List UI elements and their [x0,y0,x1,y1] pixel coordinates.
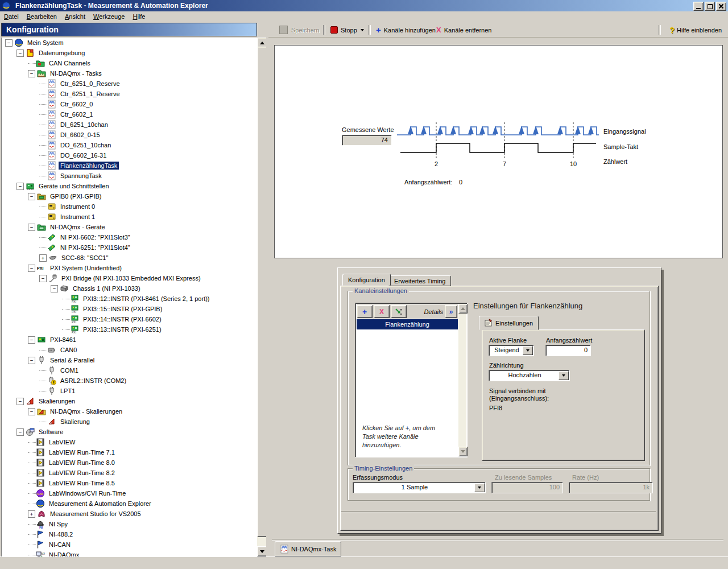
tree-item[interactable]: −NI-DAQmx - Tasks [2,68,257,79]
tree-item-label[interactable]: Chassis 1 (NI PXI-1033) [71,284,142,292]
tree-item-label[interactable]: Instrument 1 [59,213,97,221]
tree-item[interactable]: NINI Spy [2,519,257,529]
show-help-button[interactable]: ? Hilfe einblenden [667,24,725,36]
menu-item-hilfe[interactable]: Hilfe [129,12,149,21]
combo-drop-button[interactable] [559,371,569,380]
tree-item[interactable]: −PXI-8461 [2,335,257,345]
tree-item[interactable]: COM1 [2,365,257,376]
tab-einstellungen[interactable]: Einstellungen [479,316,539,330]
details-button[interactable]: » [445,305,457,318]
tree-item[interactable]: −Geräte und Schnittstellen [2,181,257,191]
scroll-down-button[interactable] [458,447,468,456]
tree-item[interactable]: −Chassis 1 (NI PXI-1033) [2,283,257,294]
tree-item-label[interactable]: PXI3::13::INSTR (PXI-6251) [81,325,163,333]
collapse-icon[interactable]: − [16,183,24,190]
tree-item-label[interactable]: NI-DAQmx [47,551,81,556]
tree-item-label[interactable]: Ctr_6602_1 [59,110,95,118]
tab-konfiguration[interactable]: Konfiguration [342,274,391,286]
tree-item-label[interactable]: Measurement Studio for VS2005 [48,510,143,518]
ni-daqmx-task-tab[interactable]: NI-DAQmx-Task [275,541,341,556]
tree-item[interactable]: Instrument 1 [2,212,257,222]
tree-item-label[interactable]: LabVIEW Run-Time 7.1 [47,448,117,456]
tree-item[interactable]: DO_6251_10chan [2,140,257,150]
tree-item[interactable]: Ctr_6251_0_Reserve [2,79,257,89]
tree-item[interactable]: CVILabWindows/CVI Run-Time [2,488,257,498]
tree-item[interactable]: Ctr_6602_1 [2,109,257,119]
tree-item-label[interactable]: LPT1 [59,387,77,395]
tree-item-label[interactable]: GPIB0 (PXI-GPIB) [48,192,103,200]
tree-item-label[interactable]: CAN0 [59,346,78,354]
tree-item[interactable]: CAN0 [2,345,257,355]
tree-item[interactable]: LabVIEW Run-Time 8.2 [2,468,257,478]
tree-item[interactable]: −Software [2,427,257,437]
tree-item-label[interactable]: PXI3::12::INSTR (PXI-8461 (Series 2, 1 p… [81,295,212,303]
tree-item[interactable]: LabVIEW Run-Time 8.0 [2,457,257,468]
tree-item-label[interactable]: SCC-68: "SCC1" [60,254,110,262]
tree-item[interactable]: ASRL2::INSTR (COM2) [2,376,257,386]
collapse-icon[interactable]: − [51,285,58,292]
tree-item[interactable]: −Serial & Parallel [2,355,257,365]
channel-list-item-selected[interactable]: Flankenzählung [357,319,458,329]
tree-item-label[interactable]: Ctr_6251_0_Reserve [59,80,122,88]
tree-item[interactable]: +Measurement Studio for VS2005 [2,509,257,519]
tree-item-label[interactable]: LabVIEW Run-Time 8.2 [47,469,117,477]
tree-item-label[interactable]: DI_6251_10chan [59,121,110,129]
initial-count-input[interactable]: 0 [545,345,591,356]
tree-item-label[interactable]: SpannungTask [59,172,104,180]
tree-item[interactable]: LabVIEW Run-Time 8.5 [2,478,257,488]
tree-item[interactable]: LPT1 [2,386,257,396]
tree-item-label[interactable]: NI-CAN [47,541,72,549]
collapse-icon[interactable]: − [28,408,35,415]
tree-scrollbar[interactable] [257,38,266,556]
tree-item[interactable]: −Mein System [2,38,257,48]
expand-icon[interactable]: + [28,510,35,518]
combo-drop-button[interactable] [474,483,485,492]
tree-item-label[interactable]: DI_6602_0-15 [59,131,102,139]
tree-item-label[interactable]: LabWindows/CVI Run-Time [47,489,127,497]
tree-item-label[interactable]: PXI System (Unidentified) [48,264,123,272]
stop-dropdown-button[interactable] [358,24,366,36]
tree-item[interactable]: Ctr_6602_0 [2,99,257,109]
count-direction-combo[interactable]: Hochzählen [489,370,570,381]
close-button[interactable] [716,2,726,11]
minimize-button[interactable] [693,2,704,11]
tree-item[interactable]: −Datenumgebung [2,48,257,58]
tree-item-label[interactable]: DO_6602_16-31 [59,151,108,159]
tree-item[interactable]: NI PXI-6251: "PXI1Slot4" [2,242,257,253]
tree-item-label[interactable]: Skalierung [59,418,92,426]
tree-item[interactable]: LabVIEW [2,437,257,447]
tree-item[interactable]: NI-488.2 [2,529,257,539]
tree-item-label[interactable]: CAN Channels [47,59,92,67]
tree-item[interactable]: SpannungTask [2,171,257,181]
tree-item-label[interactable]: LabVIEW Run-Time 8.0 [47,459,117,467]
collapse-icon[interactable]: − [5,39,13,47]
tree-item-label[interactable]: DO_6251_10chan [59,141,113,149]
tree-item-label[interactable]: PXI-8461 [48,336,78,344]
tree-item[interactable]: +SCC-68: "SCC1" [2,253,257,263]
tree-item-label[interactable]: NI PXI-6602: "PXI1Slot3" [59,233,132,241]
tab-erweitertes-timing[interactable]: Erweitertes Timing [388,275,451,286]
save-button[interactable]: Speichern [276,24,322,36]
tree-item-label[interactable]: NI-DAQmx - Tasks [48,69,104,77]
tree-item-label[interactable]: Mein System [26,39,65,47]
remove-channels-button[interactable]: X Kanäle entfernen [433,24,494,36]
tree-item[interactable]: PXIPXI3::15::INSTR (PXI-GPIB) [2,304,257,314]
add-channel-button[interactable]: + [357,305,373,318]
collapse-icon[interactable]: − [28,357,35,364]
tree-item-label[interactable]: ASRL2::INSTR (COM2) [59,377,128,385]
tree-item[interactable]: LabVIEW Run-Time 7.1 [2,447,257,457]
tree-item-label[interactable]: Ctr_6251_1_Reserve [59,90,122,98]
tree-item-label[interactable]: PXI3::15::INSTR (PXI-GPIB) [81,305,164,313]
tree-item-label[interactable]: Serial & Parallel [48,356,96,364]
remove-channel-button[interactable]: X [374,305,390,318]
collapse-icon[interactable]: − [16,428,24,436]
tree-item-label[interactable]: NI-DAQmx - Skalierungen [48,407,124,415]
tree-item[interactable]: Measurement & Automation Explorer [2,498,257,509]
tree-item[interactable]: DI_6251_10chan [2,119,257,130]
tree-item-label[interactable]: NI PXI-6251: "PXI1Slot4" [59,244,132,251]
tree-item[interactable]: Instrument 0 [2,201,257,212]
tree-item-label[interactable]: Measurement & Automation Explorer [47,500,153,508]
tree-item-label[interactable]: PXI Bridge (NI PXI-1033 Embedded MXI Exp… [60,274,202,282]
tree-item[interactable]: PXIPXI3::12::INSTR (PXI-8461 (Series 2, … [2,294,257,304]
tree-item[interactable]: DO_6602_16-31 [2,150,257,160]
